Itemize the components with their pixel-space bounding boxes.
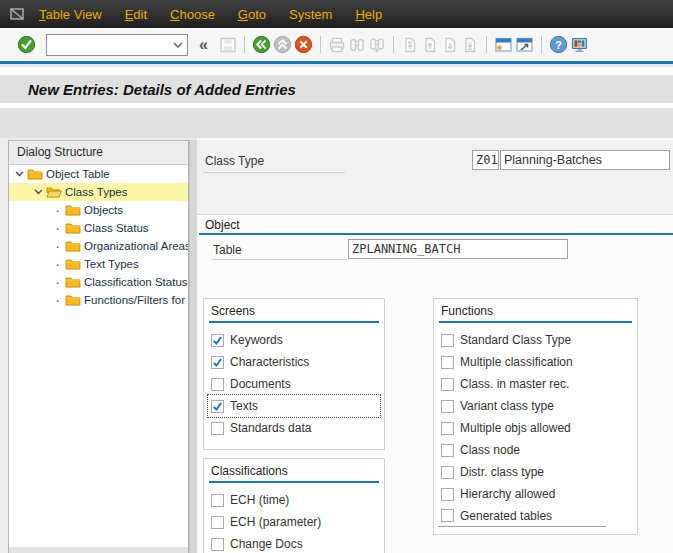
- main-content: Dialog Structure Object TableClass Types…: [0, 138, 673, 553]
- back-icon[interactable]: [252, 35, 271, 54]
- functions-item-distr-class-type[interactable]: Distr. class type: [438, 461, 633, 483]
- page-up-icon[interactable]: [421, 36, 439, 54]
- screens-item-documents[interactable]: Documents: [208, 373, 380, 395]
- screens-item-characteristics[interactable]: Characteristics: [208, 351, 380, 373]
- new-session-icon[interactable]: [494, 36, 513, 54]
- tree-item-functions-filters-for[interactable]: ·Functions/Filters for: [9, 291, 188, 309]
- folder-icon: [65, 276, 81, 288]
- spacer: [0, 67, 673, 75]
- menu-item-choose[interactable]: Choose: [170, 7, 215, 22]
- standard-toolbar: « ?: [0, 28, 673, 64]
- checkbox-checked-icon[interactable]: [211, 356, 224, 369]
- enter-icon[interactable]: [17, 35, 36, 54]
- chevron-down-icon[interactable]: [32, 189, 45, 195]
- exit-icon[interactable]: [273, 35, 292, 54]
- functions-item-class-in-master-rec[interactable]: Class. in master rec.: [438, 373, 633, 395]
- cancel-icon[interactable]: [294, 35, 313, 54]
- class-type-code-field[interactable]: Z01: [472, 150, 499, 170]
- checkbox-unchecked-icon[interactable]: [441, 422, 454, 435]
- bullet-icon: ·: [51, 256, 64, 272]
- checkbox-label: Hierarchy allowed: [460, 487, 555, 501]
- key-fields-band: Class Type Z01 Planning-Batches: [197, 140, 673, 215]
- checkbox-unchecked-icon[interactable]: [441, 466, 454, 479]
- screens-item-standards-data[interactable]: Standards data: [208, 417, 380, 439]
- find-icon[interactable]: [348, 36, 366, 54]
- tree-item-label: Functions/Filters for: [84, 294, 185, 306]
- menu-item-system[interactable]: System: [289, 7, 332, 22]
- table-field[interactable]: ZPLANNING_BATCH: [348, 239, 568, 259]
- checkbox-unchecked-icon[interactable]: [441, 378, 454, 391]
- system-menu-icon[interactable]: [9, 7, 25, 21]
- menu-item-table-view[interactable]: Table View: [39, 7, 102, 22]
- screens-item-keywords[interactable]: Keywords: [208, 329, 380, 351]
- classifications-item-ech-parameter[interactable]: ECH (parameter): [208, 511, 380, 533]
- tree-item-text-types[interactable]: ·Text Types: [9, 255, 188, 273]
- table-label: Table: [213, 243, 242, 257]
- checkbox-label: Generated tables: [460, 509, 552, 523]
- menu-item-edit[interactable]: Edit: [125, 7, 147, 22]
- checkbox-unchecked-icon[interactable]: [211, 378, 224, 391]
- page-down-icon[interactable]: [441, 36, 459, 54]
- functions-item-multiple-objs-allowed[interactable]: Multiple objs allowed: [438, 417, 633, 439]
- classifications-item-ech-time[interactable]: ECH (time): [208, 489, 380, 511]
- checkbox-unchecked-icon[interactable]: [211, 538, 224, 551]
- checkbox-unchecked-icon[interactable]: [211, 516, 224, 529]
- screens-groupbox: Screens KeywordsCharacteristicsDocuments…: [203, 298, 385, 450]
- tree-item-label: Organizational Areas: [84, 240, 188, 252]
- functions-item-multiple-classification[interactable]: Multiple classification: [438, 351, 633, 373]
- gui-settings-icon[interactable]: [570, 36, 589, 54]
- screens-item-texts[interactable]: Texts: [208, 395, 380, 417]
- command-input[interactable]: [47, 36, 169, 54]
- first-page-icon[interactable]: [401, 36, 419, 54]
- checkbox-label: Texts: [230, 399, 258, 413]
- functions-item-class-node[interactable]: Class node: [438, 439, 633, 461]
- functions-item-variant-class-type[interactable]: Variant class type: [438, 395, 633, 417]
- object-section-title: Object: [205, 218, 240, 232]
- find-next-icon[interactable]: [368, 36, 386, 54]
- checkbox-checked-icon[interactable]: [211, 334, 224, 347]
- checkbox-unchecked-icon[interactable]: [441, 444, 454, 457]
- folder-icon: [65, 240, 81, 252]
- checkbox-checked-icon[interactable]: [211, 400, 224, 413]
- last-page-icon[interactable]: [461, 36, 479, 54]
- chevron-down-icon[interactable]: [13, 171, 26, 177]
- tree-item-classification-status[interactable]: ·Classification Status: [9, 273, 188, 291]
- checkbox-unchecked-icon[interactable]: [441, 356, 454, 369]
- checkbox-label: ECH (time): [230, 493, 289, 507]
- chevron-down-icon[interactable]: [169, 42, 187, 48]
- checkbox-unchecked-icon[interactable]: [211, 494, 224, 507]
- tree-item-class-status[interactable]: ·Class Status: [9, 219, 188, 237]
- toolbar-separator: [320, 36, 321, 53]
- class-type-label: Class Type: [205, 154, 264, 168]
- checkbox-unchecked-icon[interactable]: [441, 400, 454, 413]
- checkbox-label: Keywords: [230, 333, 283, 347]
- collapse-toolbar-icon[interactable]: «: [199, 37, 208, 53]
- save-icon[interactable]: [219, 36, 237, 54]
- tree-item-object-table[interactable]: Object Table: [9, 165, 188, 183]
- classifications-item-change-docs[interactable]: Change Docs: [208, 533, 380, 553]
- command-field[interactable]: [46, 34, 188, 56]
- functions-item-generated-tables[interactable]: Generated tables: [438, 505, 606, 527]
- class-type-name-field[interactable]: Planning-Batches: [500, 150, 670, 170]
- checkbox-unchecked-icon[interactable]: [441, 509, 454, 522]
- tree-item-class-types[interactable]: Class Types: [9, 183, 188, 201]
- menu-item-goto[interactable]: Goto: [238, 7, 266, 22]
- functions-group-title: Functions: [434, 299, 637, 321]
- screens-group-items: KeywordsCharacteristicsDocumentsTextsSta…: [204, 323, 384, 439]
- menu-item-help[interactable]: Help: [355, 7, 382, 22]
- tree-item-objects[interactable]: ·Objects: [9, 201, 188, 219]
- create-shortcut-icon[interactable]: [515, 36, 534, 54]
- object-section-rule: [199, 233, 673, 235]
- functions-item-hierarchy-allowed[interactable]: Hierarchy allowed: [438, 483, 633, 505]
- tree-horizontal-scrollbar[interactable]: [9, 547, 188, 553]
- checkbox-unchecked-icon[interactable]: [441, 334, 454, 347]
- screen-title-bar: New Entries: Details of Added Entries: [0, 75, 673, 103]
- bullet-icon: ·: [51, 238, 64, 254]
- tree-item-organizational-areas[interactable]: ·Organizational Areas: [9, 237, 188, 255]
- bullet-icon: ·: [51, 220, 64, 236]
- checkbox-unchecked-icon[interactable]: [211, 422, 224, 435]
- print-icon[interactable]: [328, 36, 346, 54]
- help-icon[interactable]: ?: [549, 35, 568, 54]
- checkbox-unchecked-icon[interactable]: [441, 488, 454, 501]
- functions-item-standard-class-type[interactable]: Standard Class Type: [438, 329, 633, 351]
